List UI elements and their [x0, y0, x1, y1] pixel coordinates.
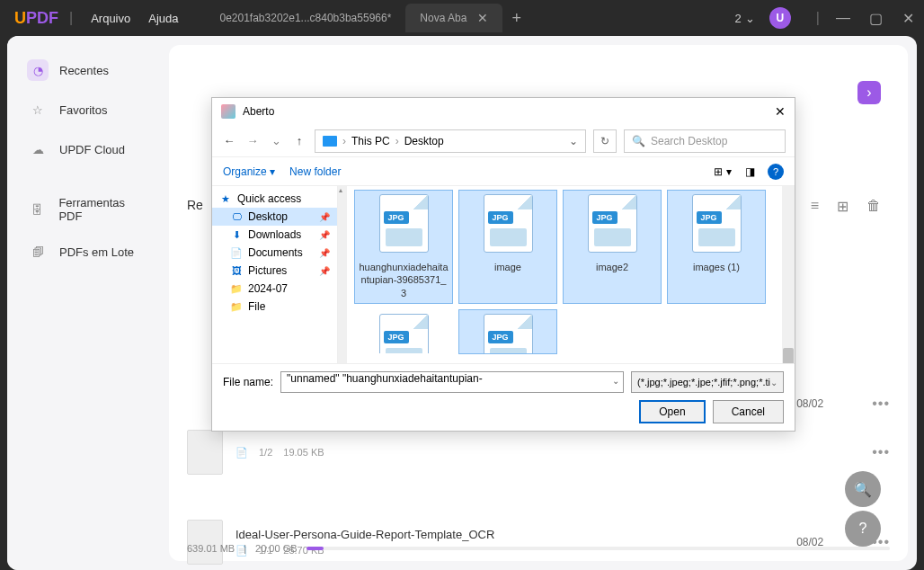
trash-icon[interactable]: 🗑: [866, 198, 881, 215]
minimize-button[interactable]: —: [834, 10, 852, 26]
new-folder-button[interactable]: New folder: [289, 165, 341, 178]
dialog-title: Aberto: [243, 105, 274, 118]
grid-view-icon[interactable]: ⊞: [837, 198, 848, 215]
file-thumbnail: [187, 430, 223, 475]
desktop-icon: 🖵: [230, 211, 243, 222]
add-tab-button[interactable]: +: [511, 9, 521, 28]
file-tile-name: huanghunxiadehaitantupian-39685371_3: [359, 261, 449, 299]
tree-label: Desktop: [248, 210, 288, 223]
file-tile[interactable]: JPG huanghunxiadehaitantupian-39685371_3: [354, 190, 453, 304]
more-icon[interactable]: •••: [872, 396, 890, 412]
breadcrumb-segment[interactable]: Desktop: [404, 135, 444, 147]
file-grid-area: JPG huanghunxiadehaitantupian-39685371_3…: [347, 186, 795, 363]
app-logo: UPDF: [14, 9, 58, 28]
open-button[interactable]: Open: [639, 400, 705, 423]
view-toolbar: ≡ ⊞ 🗑: [811, 198, 881, 215]
filename-input[interactable]: "unnamed" "huanghunxiadehaitantupian- ⌄: [280, 371, 624, 393]
up-button[interactable]: ↑: [291, 134, 307, 147]
path-breadcrumb[interactable]: › This PC › Desktop ⌄: [315, 129, 586, 153]
chevron-down-icon[interactable]: ⌄: [569, 135, 578, 147]
file-row[interactable]: Ideal-User-Persona-Guide-Report-Template…: [187, 511, 890, 570]
tab-new[interactable]: Nova Aba ✕: [405, 4, 502, 32]
file-tile[interactable]: JPG: [458, 309, 557, 354]
sidebar-item-favorites[interactable]: ☆ Favoritos: [16, 90, 160, 129]
app-icon: [221, 104, 235, 119]
chevron-down-icon[interactable]: ⌄: [612, 376, 619, 386]
promo-button[interactable]: ›: [857, 81, 881, 104]
history-dropdown[interactable]: ⌄: [268, 134, 284, 147]
dialog-footer: File name: "unnamed" "huanghunxiadehaita…: [212, 363, 795, 431]
tree-label: Downloads: [248, 228, 301, 241]
sidebar-item-label: PDFs em Lote: [59, 245, 134, 259]
tree-quick-access[interactable]: ★ Quick access: [212, 190, 337, 208]
tree-label: Pictures: [248, 264, 287, 277]
filetype-filter[interactable]: (*.jpg;*.jpeg;*.jpe;*.jfif;*.png;*.ti ⌄: [631, 371, 784, 393]
pc-icon: [323, 136, 337, 147]
search-icon: 🔍: [632, 135, 645, 147]
file-tile[interactable]: JPG: [354, 309, 453, 354]
clock-icon: ◔: [27, 59, 49, 81]
tree-documents[interactable]: 📄 Documents 📌: [212, 244, 337, 262]
download-icon: ⬇: [230, 229, 243, 240]
star-icon: ☆: [27, 99, 49, 120]
search-fab[interactable]: 🔍: [845, 471, 881, 507]
star-icon: ★: [219, 193, 232, 204]
view-mode-icon[interactable]: ⊞ ▾: [714, 163, 732, 181]
file-tile[interactable]: JPG images (1): [667, 190, 766, 304]
tree-downloads[interactable]: ⬇ Downloads 📌: [212, 226, 337, 244]
help-icon[interactable]: ?: [768, 164, 784, 180]
tree-folder[interactable]: 📁 2024-07: [212, 280, 337, 298]
tree-label: Quick access: [237, 192, 301, 205]
maximize-button[interactable]: ▢: [866, 10, 884, 27]
sidebar-item-label: Ferramentas PDF: [58, 196, 149, 223]
list-view-icon[interactable]: ≡: [811, 198, 819, 215]
recent-heading: Re: [187, 198, 203, 212]
avatar[interactable]: U: [769, 7, 791, 29]
sidebar-item-cloud[interactable]: ☁ UPDF Cloud: [16, 129, 160, 169]
preview-pane-icon[interactable]: ◨: [741, 163, 759, 181]
tree-pictures[interactable]: 🖼 Pictures 📌: [212, 262, 337, 280]
breadcrumb-segment[interactable]: This PC: [351, 135, 390, 147]
chevron-right-icon: ›: [866, 85, 871, 101]
close-icon[interactable]: ✕: [477, 11, 488, 25]
titlebar: UPDF | Arquivo Ajuda 0e201fab3202e1...c8…: [0, 0, 924, 36]
divider: |: [816, 10, 820, 26]
sidebar-item-label: Recentes: [59, 64, 109, 77]
organize-menu[interactable]: Organize ▾: [223, 165, 275, 178]
folder-icon: 📁: [230, 301, 243, 312]
tree-folder[interactable]: 📁 File: [212, 298, 337, 316]
pin-icon: 📌: [319, 212, 330, 222]
sidebar-item-batch[interactable]: 🗐 PDFs em Lote: [16, 232, 160, 272]
close-button[interactable]: ✕: [899, 10, 917, 27]
tree-label: File: [248, 300, 265, 313]
files-scrollbar[interactable]: [782, 186, 795, 363]
back-button[interactable]: ←: [221, 134, 237, 147]
sidebar: ◔ Recentes ☆ Favoritos ☁ UPDF Cloud 🗄 Fe…: [7, 36, 169, 570]
filename-label: File name:: [223, 376, 273, 388]
search-input[interactable]: 🔍 Search Desktop: [624, 129, 786, 153]
tab-count[interactable]: 2⌄: [735, 12, 755, 25]
tree-scrollbar[interactable]: [338, 186, 347, 363]
file-tile[interactable]: JPG image2: [563, 190, 662, 304]
file-tile-name: image2: [567, 261, 657, 273]
help-fab[interactable]: ?: [845, 511, 881, 547]
folder-tree: ★ Quick access 🖵 Desktop 📌 ⬇ Downloads 📌…: [212, 186, 338, 363]
tab-document[interactable]: 0e201fab3202e1...c840b3ba55966*: [205, 4, 405, 31]
page-count-icon: 📄: [235, 447, 248, 459]
close-icon[interactable]: ✕: [775, 104, 786, 119]
more-icon[interactable]: •••: [872, 444, 890, 460]
forward-button[interactable]: →: [244, 134, 261, 147]
file-thumbnail: [187, 520, 223, 565]
file-tile[interactable]: JPG image: [458, 190, 557, 304]
refresh-button[interactable]: ↻: [593, 129, 617, 153]
storage-used: 639.01 MB: [187, 543, 235, 554]
tree-desktop[interactable]: 🖵 Desktop 📌: [212, 208, 337, 226]
cancel-button[interactable]: Cancel: [713, 400, 784, 423]
sidebar-item-recent[interactable]: ◔ Recentes: [16, 50, 160, 90]
divider: |: [69, 10, 73, 26]
search-placeholder: Search Desktop: [651, 135, 727, 147]
menu-help[interactable]: Ajuda: [148, 12, 178, 25]
sidebar-item-tools[interactable]: 🗄 Ferramentas PDF: [16, 187, 160, 232]
menu-file[interactable]: Arquivo: [91, 12, 130, 25]
storage-progress: [307, 547, 890, 550]
